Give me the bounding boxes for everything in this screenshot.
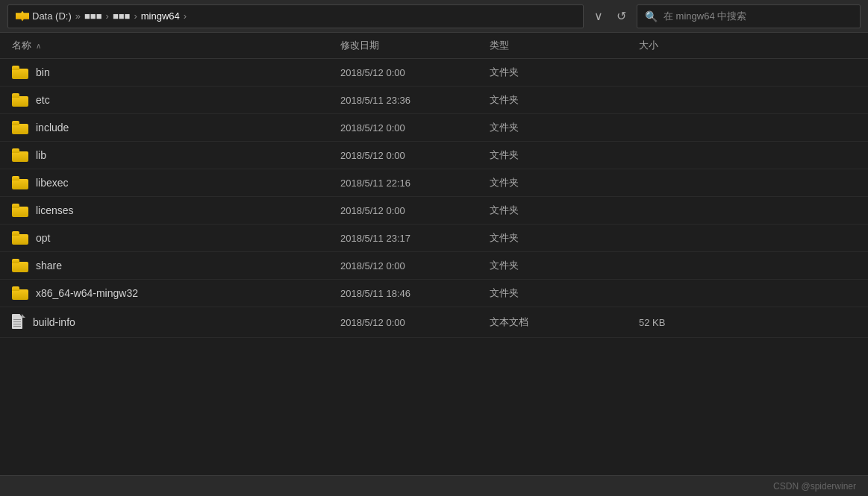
folder-icon — [12, 231, 28, 245]
file-list: 名称 ∧ 修改日期 类型 大小 bin2018/5/12 0:00文件夹etc2… — [0, 33, 868, 475]
file-date: 2018/5/12 0:00 — [340, 67, 490, 78]
status-bar: CSDN @spiderwiner — [0, 475, 868, 496]
drive-icon — [16, 11, 29, 22]
folder-icon — [12, 204, 28, 217]
file-explorer-window: Data (D:) » ■■■ › ■■■ › mingw64 › ∨ ↺ 🔍 … — [0, 0, 868, 496]
file-type: 文件夹 — [490, 176, 639, 189]
file-name: libexec — [36, 177, 69, 189]
file-date: 2018/5/11 18:46 — [340, 288, 490, 299]
file-name-cell: x86_64-w64-mingw32 — [12, 286, 340, 300]
file-name-cell: include — [12, 121, 340, 134]
file-name-cell: build-info — [12, 314, 340, 330]
breadcrumb-segment-1: Data (D:) — [32, 10, 72, 22]
file-date: 2018/5/11 23:17 — [340, 233, 490, 244]
file-type: 文件夹 — [490, 66, 639, 79]
file-name-cell: licenses — [12, 204, 340, 217]
file-type: 文件夹 — [490, 259, 639, 272]
folder-icon — [12, 66, 28, 79]
file-rows-container: bin2018/5/12 0:00文件夹etc2018/5/11 23:36文件… — [0, 59, 868, 338]
file-type: 文件夹 — [490, 231, 639, 245]
file-type: 文本文档 — [490, 316, 639, 329]
table-row[interactable]: lib2018/5/12 0:00文件夹 — [0, 142, 868, 169]
search-area[interactable]: 🔍 在 mingw64 中搜索 — [637, 4, 861, 28]
file-name-cell: share — [12, 259, 340, 272]
file-type: 文件夹 — [490, 121, 639, 134]
breadcrumb-sep-4: › — [184, 10, 187, 22]
file-date: 2018/5/11 23:36 — [340, 95, 490, 106]
file-name: licenses — [36, 204, 74, 216]
breadcrumb-sep-3: › — [134, 10, 137, 22]
file-type: 文件夹 — [490, 286, 639, 300]
file-icon — [12, 314, 25, 330]
breadcrumb-sep-1: » — [75, 10, 81, 22]
breadcrumb-sep-2: › — [106, 10, 109, 22]
breadcrumb-current: mingw64 — [141, 10, 180, 22]
file-size: 52 KB — [639, 317, 728, 328]
breadcrumb-area[interactable]: Data (D:) » ■■■ › ■■■ › mingw64 › — [7, 4, 584, 28]
col-header-size[interactable]: 大小 — [639, 39, 728, 52]
file-name: etc — [36, 94, 50, 106]
breadcrumb: Data (D:) » ■■■ › ■■■ › mingw64 › — [32, 10, 188, 22]
folder-icon — [12, 93, 28, 107]
address-controls: ∨ ↺ — [590, 7, 631, 25]
col-header-name[interactable]: 名称 ∧ — [12, 39, 340, 52]
address-bar: Data (D:) » ■■■ › ■■■ › mingw64 › ∨ ↺ 🔍 … — [0, 0, 868, 33]
file-name: lib — [36, 149, 46, 161]
file-date: 2018/5/12 0:00 — [340, 150, 490, 161]
refresh-button[interactable]: ↺ — [612, 7, 631, 25]
table-row[interactable]: share2018/5/12 0:00文件夹 — [0, 252, 868, 280]
column-headers: 名称 ∧ 修改日期 类型 大小 — [0, 33, 868, 59]
file-name-cell: etc — [12, 93, 340, 107]
file-name-cell: bin — [12, 66, 340, 79]
file-type: 文件夹 — [490, 204, 639, 217]
watermark: CSDN @spiderwiner — [773, 481, 856, 492]
table-row[interactable]: build-info2018/5/12 0:00文本文档52 KB — [0, 307, 868, 338]
sort-indicator: ∧ — [36, 42, 41, 50]
breadcrumb-segment-2: ■■■ — [84, 10, 102, 22]
folder-icon — [12, 259, 28, 272]
file-name: include — [36, 122, 69, 134]
table-row[interactable]: etc2018/5/11 23:36文件夹 — [0, 87, 868, 114]
file-name-cell: opt — [12, 231, 340, 245]
table-row[interactable]: licenses2018/5/12 0:00文件夹 — [0, 197, 868, 225]
table-row[interactable]: libexec2018/5/11 22:16文件夹 — [0, 169, 868, 197]
file-name: bin — [36, 66, 50, 78]
folder-icon — [12, 286, 28, 300]
file-name-cell: lib — [12, 148, 340, 162]
table-row[interactable]: x86_64-w64-mingw322018/5/11 18:46文件夹 — [0, 280, 868, 307]
file-date: 2018/5/12 0:00 — [340, 317, 490, 328]
file-date: 2018/5/11 22:16 — [340, 178, 490, 189]
folder-icon — [12, 148, 28, 162]
file-name: share — [36, 260, 62, 271]
file-date: 2018/5/12 0:00 — [340, 205, 490, 216]
search-icon: 🔍 — [645, 10, 658, 22]
col-header-type[interactable]: 类型 — [490, 39, 639, 52]
breadcrumb-segment-3: ■■■ — [113, 10, 131, 22]
col-header-date[interactable]: 修改日期 — [340, 39, 490, 52]
file-type: 文件夹 — [490, 148, 639, 162]
table-row[interactable]: bin2018/5/12 0:00文件夹 — [0, 59, 868, 87]
file-name: opt — [36, 232, 50, 244]
file-name-cell: libexec — [12, 176, 340, 189]
folder-icon — [12, 121, 28, 134]
table-row[interactable]: opt2018/5/11 23:17文件夹 — [0, 225, 868, 252]
dropdown-button[interactable]: ∨ — [590, 7, 608, 25]
file-type: 文件夹 — [490, 93, 639, 107]
folder-icon — [12, 176, 28, 189]
file-name: build-info — [33, 316, 75, 328]
file-name: x86_64-w64-mingw32 — [36, 287, 138, 299]
table-row[interactable]: include2018/5/12 0:00文件夹 — [0, 114, 868, 142]
file-date: 2018/5/12 0:00 — [340, 260, 490, 271]
file-date: 2018/5/12 0:00 — [340, 122, 490, 134]
search-placeholder: 在 mingw64 中搜索 — [664, 10, 746, 23]
